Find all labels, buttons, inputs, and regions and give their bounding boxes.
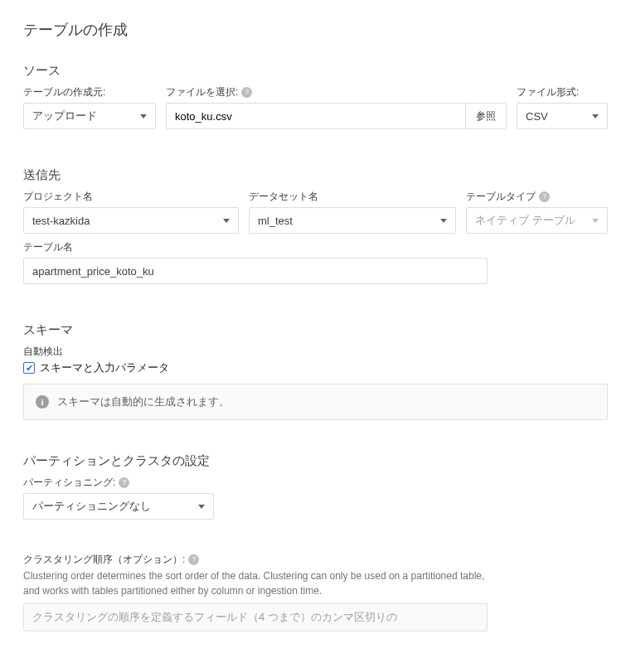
tablename-input[interactable] — [32, 265, 478, 278]
schema-info-bar: i スキーマは自動的に生成されます。 — [23, 384, 608, 420]
file-format-value: CSV — [526, 110, 548, 123]
source-origin-value: アップロード — [32, 109, 97, 123]
help-icon[interactable]: ? — [241, 87, 252, 98]
partition-heading: パーティションとクラスタの設定 — [23, 453, 608, 469]
source-heading: ソース — [23, 63, 608, 79]
source-origin-select[interactable]: アップロード — [23, 103, 156, 129]
file-format-select[interactable]: CSV — [517, 103, 608, 129]
partition-label: パーティショニング: — [23, 476, 115, 490]
schema-info-text: スキーマは自動的に生成されます。 — [57, 394, 230, 409]
file-path-input-wrap — [166, 103, 465, 129]
source-origin-label: テーブルの作成元: — [23, 85, 156, 99]
dataset-select[interactable]: ml_test — [249, 207, 456, 234]
dataset-label: データセット名 — [249, 190, 456, 204]
tabletype-label: テーブルタイプ — [466, 190, 536, 204]
cluster-label: クラスタリング順序（オプション）: — [23, 553, 185, 567]
cluster-input: クラスタリングの順序を定義するフィールド（4 つまで）のカンマ区切りの — [23, 603, 488, 631]
partition-select[interactable]: パーティショニングなし — [23, 493, 214, 520]
project-select[interactable]: test-kazkida — [23, 207, 239, 234]
caret-down-icon — [592, 219, 599, 223]
schema-auto-checkbox[interactable]: ✔ — [23, 362, 35, 374]
file-path-input[interactable] — [175, 110, 457, 123]
partition-value: パーティショニングなし — [32, 499, 151, 514]
caret-down-icon — [223, 219, 230, 223]
help-icon[interactable]: ? — [539, 191, 550, 202]
caret-down-icon — [140, 114, 147, 118]
schema-heading: スキーマ — [23, 322, 608, 338]
info-icon: i — [36, 395, 49, 409]
dataset-value: ml_test — [258, 215, 293, 227]
project-label: プロジェクト名 — [23, 190, 239, 204]
checkmark-icon: ✔ — [26, 364, 33, 373]
tabletype-select: ネイティブ テーブル — [466, 207, 608, 234]
destination-heading: 送信先 — [23, 167, 608, 183]
caret-down-icon — [440, 219, 447, 223]
help-icon[interactable]: ? — [188, 554, 199, 565]
schema-checkbox-label: スキーマと入力パラメータ — [40, 360, 169, 375]
project-value: test-kazkida — [32, 215, 90, 227]
tablename-label: テーブル名 — [23, 240, 488, 254]
caret-down-icon — [592, 114, 599, 118]
caret-down-icon — [198, 505, 205, 509]
browse-button[interactable]: 参照 — [465, 103, 507, 129]
page-title: テーブルの作成 — [23, 20, 608, 40]
tablename-input-wrap — [23, 258, 488, 284]
file-format-label: ファイル形式: — [517, 85, 608, 99]
tabletype-value: ネイティブ テーブル — [475, 213, 575, 228]
schema-auto-label: 自動検出 — [23, 345, 608, 359]
help-icon[interactable]: ? — [119, 477, 129, 488]
cluster-description: Clustering order determines the sort ord… — [23, 568, 488, 598]
file-select-label: ファイルを選択: — [166, 85, 238, 99]
